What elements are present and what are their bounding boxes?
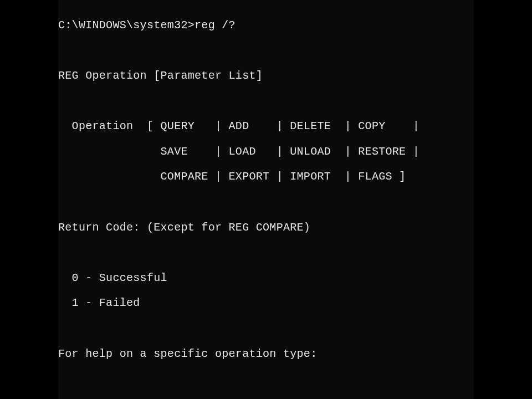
blank-line — [58, 323, 474, 335]
blank-line — [58, 196, 474, 209]
blank-line — [58, 44, 474, 57]
operations-row: COMPARE | EXPORT | IMPORT | FLAGS ] — [58, 171, 474, 183]
operations-row: SAVE | LOAD | UNLOAD | RESTORE | — [58, 146, 474, 158]
operations-row: Operation [ QUERY | ADD | DELETE | COPY … — [58, 120, 474, 133]
return-code-item: 1 - Failed — [58, 297, 474, 310]
syntax-line: REG Operation [Parameter List] — [58, 70, 474, 83]
return-code-header: Return Code: (Except for REG COMPARE) — [58, 222, 474, 234]
blank-line — [58, 247, 474, 259]
return-code-item: 0 - Successful — [58, 272, 474, 285]
help-header: For help on a specific operation type: — [58, 348, 474, 361]
command-prompt-line: C:\WINDOWS\system32>reg /? — [58, 19, 474, 32]
blank-line — [58, 373, 474, 386]
blank-line — [58, 95, 474, 108]
terminal-window[interactable]: C:\WINDOWS\system32>reg /? REG Operation… — [58, 0, 474, 399]
